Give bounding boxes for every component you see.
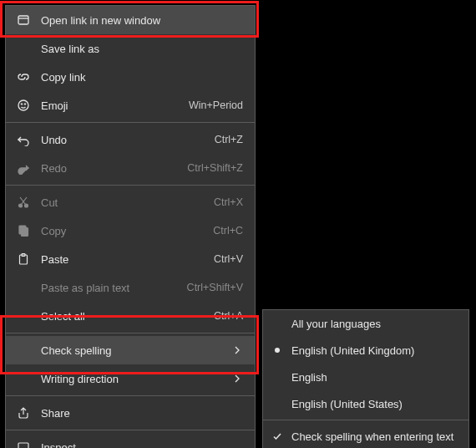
- menu-item-undo[interactable]: Undo Ctrl+Z: [6, 125, 255, 154]
- menu-item-select-all[interactable]: Select all Ctrl+A: [6, 302, 255, 330]
- menu-item-label: Share: [41, 407, 243, 420]
- menu-item-shortcut: Ctrl+V: [214, 253, 243, 265]
- svg-line-8: [20, 197, 26, 205]
- blank-icon: [16, 280, 31, 295]
- redo-icon: [16, 160, 31, 176]
- blank-icon: [16, 371, 31, 386]
- cut-icon: [16, 195, 31, 210]
- menu-item-shortcut: Ctrl+C: [213, 225, 243, 237]
- menu-item-shortcut: Win+Period: [189, 99, 243, 111]
- submenu-item-label: English (United States): [291, 398, 457, 410]
- menu-item-shortcut: Ctrl+Z: [215, 134, 243, 145]
- menu-item-label: Save link as: [41, 43, 243, 55]
- menu-item-save-link-as[interactable]: Save link as: [6, 34, 255, 63]
- menu-separator: [6, 185, 255, 186]
- svg-point-4: [24, 104, 26, 105]
- menu-item-label: Cut: [41, 196, 207, 209]
- menu-item-shortcut: Ctrl+Shift+Z: [187, 162, 243, 174]
- submenu-item-check-when-typing[interactable]: Check spelling when entering text: [263, 423, 468, 448]
- svg-line-7: [22, 197, 28, 205]
- submenu-item-label: English (United Kingdom): [291, 344, 457, 357]
- blank-icon: [16, 41, 31, 56]
- menu-item-cut: Cut Ctrl+X: [6, 188, 255, 216]
- menu-item-shortcut: Ctrl+Shift+V: [187, 282, 243, 293]
- menu-item-label: Paste: [41, 253, 207, 266]
- svg-rect-10: [22, 228, 28, 237]
- svg-rect-13: [18, 443, 28, 448]
- chevron-right-icon: [231, 344, 243, 356]
- menu-separator: [263, 420, 468, 420]
- blank-icon: [271, 396, 283, 411]
- check-spelling-submenu: All your languages English (United Kingd…: [262, 309, 469, 448]
- menu-item-label: Inspect: [41, 441, 243, 449]
- bullet-icon: [271, 343, 283, 358]
- submenu-item-label: All your languages: [291, 318, 457, 330]
- menu-separator: [6, 122, 255, 123]
- menu-separator: [6, 333, 255, 333]
- menu-separator: [6, 395, 255, 396]
- submenu-item-en[interactable]: English: [263, 364, 468, 390]
- blank-icon: [16, 343, 31, 358]
- menu-item-paste-plain: Paste as plain text Ctrl+Shift+V: [6, 273, 255, 302]
- submenu-item-en-uk[interactable]: English (United Kingdom): [263, 337, 468, 364]
- menu-item-label: Paste as plain text: [41, 282, 180, 294]
- menu-item-writing-direction[interactable]: Writing direction: [6, 364, 255, 393]
- menu-item-label: Copy link: [41, 71, 243, 84]
- menu-item-label: Check spelling: [41, 344, 225, 357]
- menu-item-inspect[interactable]: Inspect: [6, 433, 255, 448]
- emoji-icon: [16, 98, 31, 113]
- undo-icon: [16, 132, 31, 147]
- share-icon: [16, 405, 31, 420]
- menu-item-label: Open link in new window: [41, 14, 243, 27]
- blank-icon: [271, 316, 283, 331]
- menu-item-label: Copy: [41, 225, 206, 237]
- new-window-icon: [16, 13, 31, 28]
- menu-item-check-spelling[interactable]: Check spelling: [6, 336, 255, 364]
- menu-item-redo: Redo Ctrl+Shift+Z: [6, 154, 255, 182]
- svg-point-2: [18, 100, 28, 110]
- context-menu: Open link in new window Save link as Cop…: [5, 5, 256, 448]
- check-icon: [271, 429, 283, 444]
- submenu-item-label: Check spelling when entering text: [291, 430, 457, 443]
- chevron-right-icon: [231, 373, 243, 384]
- paste-icon: [16, 252, 31, 267]
- menu-item-label: Writing direction: [41, 373, 225, 385]
- menu-item-emoji[interactable]: Emoji Win+Period: [6, 91, 255, 120]
- menu-item-paste[interactable]: Paste Ctrl+V: [6, 245, 255, 273]
- menu-item-shortcut: Ctrl+X: [214, 196, 243, 208]
- copy-icon: [16, 223, 31, 238]
- menu-item-share[interactable]: Share: [6, 399, 255, 427]
- menu-item-open-link-new-window[interactable]: Open link in new window: [6, 6, 255, 34]
- menu-item-label: Emoji: [41, 99, 182, 112]
- submenu-item-all-languages[interactable]: All your languages: [263, 310, 468, 337]
- menu-item-copy: Copy Ctrl+C: [6, 216, 255, 245]
- svg-rect-0: [18, 16, 28, 24]
- blank-icon: [16, 308, 31, 323]
- link-icon: [16, 69, 31, 84]
- menu-item-label: Redo: [41, 162, 180, 175]
- blank-icon: [271, 369, 283, 384]
- submenu-item-en-us[interactable]: English (United States): [263, 390, 468, 417]
- menu-item-shortcut: Ctrl+A: [214, 310, 243, 322]
- menu-item-copy-link[interactable]: Copy link: [6, 63, 255, 91]
- submenu-item-label: English: [291, 371, 457, 384]
- menu-item-label: Undo: [41, 134, 208, 146]
- menu-item-label: Select all: [41, 310, 207, 323]
- menu-separator: [6, 430, 255, 430]
- inspect-icon: [16, 440, 31, 448]
- svg-point-3: [21, 104, 23, 105]
